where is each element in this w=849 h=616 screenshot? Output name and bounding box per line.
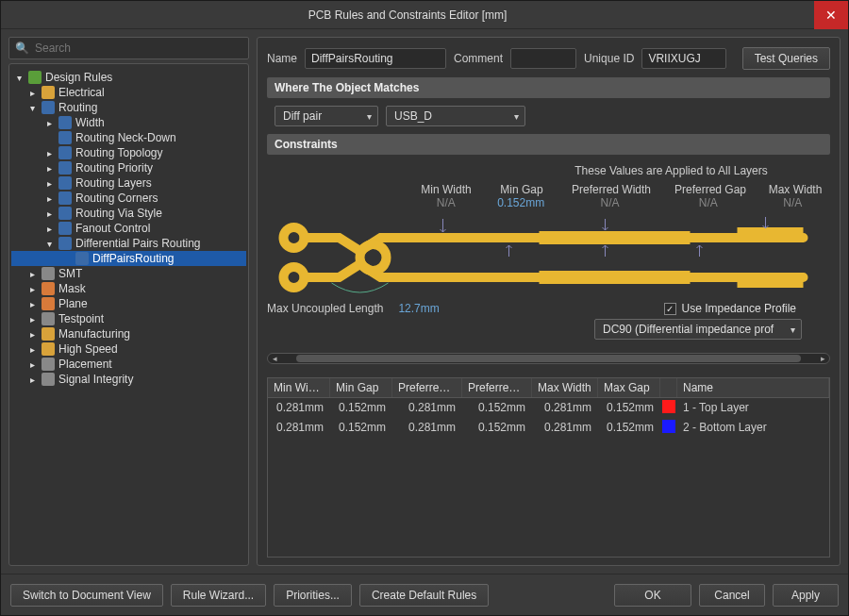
titlebar: PCB Rules and Constraints Editor [mm] ✕ (1, 1, 848, 29)
sidebar: 🔍 ▾Design Rules ▸Electrical ▾Routing ▸Wi… (8, 37, 249, 566)
search-box[interactable]: 🔍 (8, 37, 249, 59)
tree-priority[interactable]: ▸Routing Priority (11, 160, 246, 175)
test-queries-button[interactable]: Test Queries (742, 47, 830, 70)
ok-button[interactable]: OK (614, 584, 691, 607)
corners-icon (58, 191, 72, 205)
routing-icon (42, 101, 55, 114)
scroll-thumb[interactable] (296, 355, 801, 362)
create-defaults-button[interactable]: Create Default Rules (359, 584, 489, 607)
tree-topology[interactable]: ▸Routing Topology (11, 145, 246, 160)
rules-icon (28, 71, 42, 84)
signal-icon (42, 373, 55, 386)
search-input[interactable] (35, 42, 242, 55)
param-values: N/A 0.152mm N/A N/A N/A (408, 196, 830, 209)
use-impedance-checkbox[interactable]: ✓ Use Impedance Profile (664, 302, 796, 315)
tree-diffpairs[interactable]: ▾Differential Pairs Routing (11, 236, 246, 251)
tree-electrical[interactable]: ▸Electrical (11, 85, 246, 100)
layer-grid[interactable]: Min Width Min Gap Preferred ... Preferre… (267, 377, 830, 558)
rules-tree[interactable]: ▾Design Rules ▸Electrical ▾Routing ▸Widt… (8, 63, 249, 566)
uid-label: Unique ID (584, 52, 634, 65)
tree-layers[interactable]: ▸Routing Layers (11, 175, 246, 191)
width-icon (58, 116, 72, 129)
scroll-left-icon[interactable]: ◂ (268, 354, 281, 363)
plane-icon (42, 297, 55, 310)
diffpair-diagram (267, 215, 830, 300)
col-minw[interactable]: Min Width (268, 378, 330, 397)
fanout-icon (58, 222, 72, 235)
match-value-select[interactable]: USB_D (386, 106, 525, 126)
tree-fanout[interactable]: ▸Fanout Control (11, 221, 246, 236)
tree-smt[interactable]: ▸SMT (11, 266, 246, 281)
constraints-header: Constraints (267, 134, 830, 155)
col-name[interactable]: Name (677, 378, 829, 397)
col-color[interactable] (660, 378, 677, 397)
layer-color-swatch (662, 420, 675, 433)
apply-button[interactable]: Apply (773, 584, 839, 607)
tree-width[interactable]: ▸Width (11, 115, 246, 130)
footer: Switch to Document View Rule Wizard... P… (1, 574, 848, 615)
max-uncoupled-label: Max Uncoupled Length (267, 302, 383, 315)
col-maxw[interactable]: Max Width (532, 378, 598, 397)
highspeed-icon (42, 342, 55, 356)
cancel-button[interactable]: Cancel (699, 584, 765, 607)
svg-point-2 (360, 244, 387, 271)
tree-manufacturing[interactable]: ▸Manufacturing (11, 326, 246, 341)
impedance-profile-select[interactable]: DC90 (Differential impedance prof (594, 319, 802, 340)
testpoint-icon (42, 312, 55, 325)
col-maxg[interactable]: Max Gap (598, 378, 660, 397)
table-row[interactable]: 0.281mm0.152mm0.281mm0.152mm0.281mm0.152… (268, 418, 829, 438)
main-panel: Name Comment Unique ID Test Queries Wher… (257, 37, 841, 566)
grid-header[interactable]: Min Width Min Gap Preferred ... Preferre… (268, 378, 829, 398)
close-button[interactable]: ✕ (814, 1, 848, 29)
switch-view-button[interactable]: Switch to Document View (10, 584, 163, 607)
match-scope-select[interactable]: Diff pair (275, 106, 378, 126)
tree-testpoint[interactable]: ▸Testpoint (11, 311, 246, 326)
tree-root[interactable]: ▾Design Rules (11, 70, 246, 85)
applied-text: These Values are Applied to All Layers (512, 164, 830, 177)
layer-color-swatch (662, 400, 675, 413)
neckdown-icon (58, 131, 72, 144)
window-title: PCB Rules and Constraints Editor [mm] (1, 8, 814, 22)
tree-neckdown[interactable]: Routing Neck-Down (11, 130, 246, 145)
manufacturing-icon (42, 327, 55, 341)
topology-icon (58, 146, 72, 159)
tree-mask[interactable]: ▸Mask (11, 281, 246, 296)
table-row[interactable]: 0.281mm0.152mm0.281mm0.152mm0.281mm0.152… (268, 398, 829, 418)
viastyle-icon (58, 207, 72, 220)
tree-corners[interactable]: ▸Routing Corners (11, 191, 246, 206)
tree-plane[interactable]: ▸Plane (11, 296, 246, 311)
checkbox-icon: ✓ (664, 303, 676, 315)
rule-name-input[interactable] (305, 48, 446, 69)
rule-icon (75, 252, 89, 265)
max-uncoupled-value: 12.7mm (398, 302, 439, 315)
diffpairs-icon (58, 237, 72, 250)
rule-uid-input[interactable] (641, 48, 726, 69)
scroll-right-icon[interactable]: ▸ (816, 354, 829, 363)
horizontal-scrollbar[interactable]: ◂ ▸ (267, 353, 830, 364)
tree-signal[interactable]: ▸Signal Integrity (11, 372, 246, 387)
tree-viastyle[interactable]: ▸Routing Via Style (11, 206, 246, 221)
tree-highspeed[interactable]: ▸High Speed (11, 341, 246, 357)
tree-routing[interactable]: ▾Routing (11, 100, 246, 115)
rule-wizard-button[interactable]: Rule Wizard... (171, 584, 266, 607)
layers-icon (58, 176, 72, 190)
priorities-button[interactable]: Priorities... (274, 584, 352, 607)
match-header: Where The Object Matches (267, 77, 830, 98)
rule-comment-input[interactable] (510, 48, 576, 69)
electrical-icon (42, 86, 55, 99)
priority-icon (58, 161, 72, 175)
col-ming[interactable]: Min Gap (330, 378, 392, 397)
placement-icon (42, 358, 55, 371)
search-icon: 🔍 (15, 42, 29, 55)
tree-placement[interactable]: ▸Placement (11, 357, 246, 372)
param-labels: Min Width Min Gap Preferred Width Prefer… (408, 183, 830, 196)
comment-label: Comment (454, 52, 503, 65)
col-prefg[interactable]: Preferred ... (462, 378, 532, 397)
name-label: Name (267, 52, 297, 65)
tree-diffpairs-rule[interactable]: DiffPairsRouting (11, 251, 246, 266)
mask-icon (42, 282, 55, 295)
smt-icon (42, 267, 55, 280)
col-prefw[interactable]: Preferred ... (392, 378, 462, 397)
